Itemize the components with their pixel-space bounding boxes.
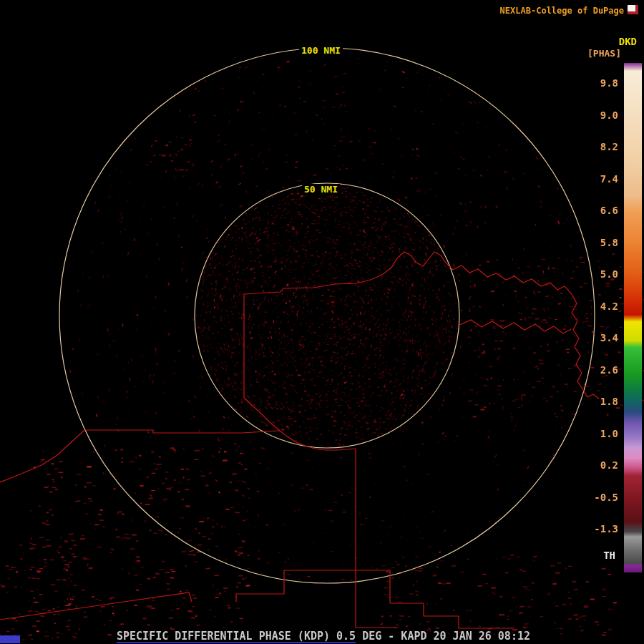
- county-boundary-line: [445, 262, 599, 399]
- colorbar-tick-label: 8.2: [585, 141, 618, 152]
- county-boundary-line: [84, 430, 279, 433]
- range-ring-label-50nmi: 50 NMI: [302, 184, 340, 195]
- colorbar-tick-label: 6.6: [585, 205, 618, 216]
- county-boundary-line: [244, 252, 445, 294]
- colorbar-tick-label: 7.4: [585, 173, 618, 185]
- colorbar-tick-label: 9.8: [585, 77, 618, 89]
- county-boundary-line: [244, 398, 356, 450]
- radar-display: 100 NMI 50 NMI NEXLAB-College of DuPage …: [0, 0, 644, 644]
- colorbar-tick-label: 1.8: [585, 396, 618, 407]
- footer-corner-block: [0, 635, 20, 643]
- county-boundary-line: [0, 592, 192, 620]
- county-boundary-line: [390, 603, 514, 628]
- colorbar-tick-label: -1.3: [585, 523, 618, 535]
- colorbar-threshold-label: TH: [582, 550, 615, 561]
- county-boundary-line: [0, 430, 84, 482]
- product-code-label: DKD: [619, 36, 637, 47]
- county-boundary-line: [236, 570, 390, 603]
- colorbar-tick-label: -0.5: [585, 492, 618, 503]
- product-status-line: SPECIFIC DIFFERENTIAL PHASE (KDP) 0.5 DE…: [117, 630, 530, 643]
- range-ring-label-100nmi: 100 NMI: [299, 45, 343, 56]
- range-ring-50nmi: [195, 183, 459, 448]
- map-overlay-svg: [0, 0, 644, 644]
- colorbar-tick-label: 9.0: [585, 109, 618, 121]
- product-units-label: [PHAS]: [587, 48, 621, 59]
- colorbar-tick-label: 5.8: [585, 237, 618, 248]
- colorbar-tick-label: 3.4: [585, 332, 618, 343]
- colorbar-tick-label: 2.6: [585, 364, 618, 376]
- colorbar-tick-label: 5.0: [585, 268, 618, 280]
- colorbar-tick-label: 1.0: [585, 428, 618, 439]
- colorbar-tick-label: 0.2: [585, 459, 618, 471]
- footer-accent-line: [117, 642, 356, 643]
- site-branding: NEXLAB-College of DuPage: [500, 6, 624, 16]
- range-ring-100nmi: [59, 48, 595, 583]
- county-boundary-line: [458, 320, 571, 333]
- colorbar: [624, 63, 642, 572]
- cod-logo-icon: [628, 5, 638, 14]
- colorbar-tick-label: 4.2: [585, 301, 618, 312]
